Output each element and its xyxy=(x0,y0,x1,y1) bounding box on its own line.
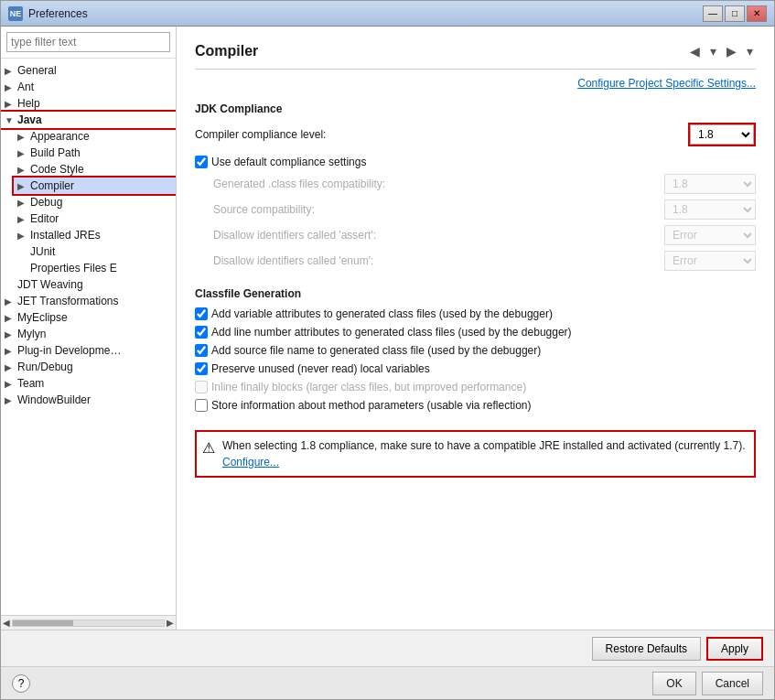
enum-select: Error xyxy=(664,251,756,271)
sidebar-item-installed-jres[interactable]: ▶ Installed JREs xyxy=(14,227,176,243)
content-toolbar: Compiler ◀ ▾ ▶ ▾ xyxy=(195,41,756,61)
forward-dropdown[interactable]: ▾ xyxy=(743,41,756,61)
sidebar-item-compiler[interactable]: ▶ Compiler xyxy=(14,178,176,194)
title-bar: NE Preferences — □ ✕ xyxy=(1,1,774,27)
use-default-row: Use default compliance settings xyxy=(195,156,756,168)
expand-arrow-general: ▶ xyxy=(5,66,17,76)
sidebar-label-team: Team xyxy=(17,377,44,390)
sidebar-item-plugin-developer[interactable]: ▶ Plug-in Developme… xyxy=(1,342,176,359)
help-button[interactable]: ? xyxy=(12,674,30,693)
sidebar-item-debug[interactable]: ▶ Debug xyxy=(14,194,176,210)
sidebar-item-jet[interactable]: ▶ JET Transformations xyxy=(1,293,176,309)
sidebar-item-junit[interactable]: JUnit xyxy=(14,243,176,260)
sidebar: ▶ General ▶ Ant ▶ Help ▼ Java xyxy=(1,27,177,630)
classfile-option-2: Add source file name to generated class … xyxy=(195,344,756,357)
assert-label: Disallow identifiers called 'assert': xyxy=(213,229,664,242)
classfile-label-0: Add variable attributes to generated cla… xyxy=(211,307,553,320)
classfile-option-0: Add variable attributes to generated cla… xyxy=(195,307,756,320)
expand-arrow-appearance: ▶ xyxy=(17,132,30,142)
restore-defaults-button[interactable]: Restore Defaults xyxy=(592,637,701,661)
content-pane: Compiler ◀ ▾ ▶ ▾ Configure Project Speci… xyxy=(177,27,774,630)
sidebar-label-jdt-weaving: JDT Weaving xyxy=(17,278,83,291)
sidebar-item-run-debug[interactable]: ▶ Run/Debug xyxy=(1,359,176,375)
classfile-checkbox-1[interactable] xyxy=(195,326,208,339)
sidebar-item-java[interactable]: ▼ Java xyxy=(1,112,176,128)
filter-input[interactable] xyxy=(6,32,170,52)
sidebar-label-general: General xyxy=(17,64,57,77)
expand-arrow-jet: ▶ xyxy=(5,296,17,307)
sidebar-item-ant[interactable]: ▶ Ant xyxy=(1,79,176,95)
ok-button[interactable]: OK xyxy=(652,672,695,695)
sidebar-item-build-path[interactable]: ▶ Build Path xyxy=(14,145,176,161)
nav-buttons: ◀ ▾ ▶ ▾ xyxy=(684,41,756,61)
expand-arrow-code-style: ▶ xyxy=(17,165,30,175)
classfile-checkbox-3[interactable] xyxy=(195,362,208,375)
app-icon: NE xyxy=(8,6,23,21)
enum-row: Disallow identifiers called 'enum': Erro… xyxy=(195,251,756,271)
sidebar-label-mylyn: Mylyn xyxy=(17,328,46,340)
sidebar-label-appearance: Appearance xyxy=(30,130,90,143)
use-default-label: Use default compliance settings xyxy=(211,156,366,168)
classfile-option-4: Inline finally blocks (larger class file… xyxy=(195,381,756,393)
sidebar-label-java: Java xyxy=(17,113,42,126)
sidebar-item-jdt-weaving[interactable]: JDT Weaving xyxy=(1,276,176,293)
expand-arrow-plugin: ▶ xyxy=(5,346,17,356)
scroll-right[interactable]: ▶ xyxy=(167,618,174,628)
warning-text: When selecting 1.8 compliance, make sure… xyxy=(222,437,748,470)
classfile-label-5: Store information about method parameter… xyxy=(211,399,532,412)
use-default-checkbox[interactable] xyxy=(195,156,208,168)
sidebar-label-plugin: Plug-in Developme… xyxy=(17,344,121,357)
sidebar-item-help[interactable]: ▶ Help xyxy=(1,95,176,112)
compliance-label: Compiler compliance level: xyxy=(195,128,688,141)
cancel-button[interactable]: Cancel xyxy=(702,672,763,695)
main-content: ▶ General ▶ Ant ▶ Help ▼ Java xyxy=(1,27,774,630)
back-button[interactable]: ◀ xyxy=(684,41,705,61)
sidebar-item-editor[interactable]: ▶ Editor xyxy=(14,210,176,227)
expand-arrow-help: ▶ xyxy=(5,99,17,109)
classfile-checkbox-5[interactable] xyxy=(195,399,208,412)
scroll-left[interactable]: ◀ xyxy=(3,618,10,628)
classfile-checkbox-2[interactable] xyxy=(195,344,208,357)
compliance-select[interactable]: 1.8 xyxy=(690,124,754,145)
classfile-checkbox-0[interactable] xyxy=(195,307,208,320)
sidebar-item-properties-files[interactable]: Properties Files E xyxy=(14,260,176,276)
configure-project-link[interactable]: Configure Project Specific Settings... xyxy=(195,77,756,90)
scroll-track[interactable] xyxy=(12,619,165,627)
classfile-checkbox-4 xyxy=(195,381,208,393)
sidebar-item-appearance[interactable]: ▶ Appearance xyxy=(14,128,176,145)
forward-button[interactable]: ▶ xyxy=(721,41,741,61)
apply-button[interactable]: Apply xyxy=(706,637,763,661)
classfile-label-3: Preserve unused (never read) local varia… xyxy=(211,362,430,375)
sidebar-item-team[interactable]: ▶ Team xyxy=(1,375,176,392)
sidebar-label-help: Help xyxy=(17,97,40,110)
expand-arrow-editor: ▶ xyxy=(17,214,30,224)
sidebar-label-run-debug: Run/Debug xyxy=(17,361,73,373)
minimize-button[interactable]: — xyxy=(703,5,723,22)
back-dropdown[interactable]: ▾ xyxy=(706,41,719,61)
classfile-option-5: Store information about method parameter… xyxy=(195,399,756,412)
compliance-row: Compiler compliance level: 1.8 xyxy=(195,123,756,146)
jdk-section-title: JDK Compliance xyxy=(195,102,756,115)
sidebar-item-myeclipse[interactable]: ▶ MyEclipse xyxy=(1,309,176,326)
configure-link-text[interactable]: Configure Project Specific Settings... xyxy=(577,77,756,90)
classfile-label-1: Add line number attributes to generated … xyxy=(211,326,572,339)
sidebar-label-properties: Properties Files E xyxy=(30,262,117,275)
sidebar-label-compiler: Compiler xyxy=(30,179,74,192)
expand-arrow-run-debug: ▶ xyxy=(5,362,17,372)
sidebar-scrollbar[interactable]: ◀ ▶ xyxy=(1,615,176,630)
expand-arrow-installed-jres: ▶ xyxy=(17,231,30,241)
page-title: Compiler xyxy=(195,43,258,59)
configure-link2[interactable]: Configure... xyxy=(222,456,279,468)
close-button[interactable]: ✕ xyxy=(747,5,767,22)
expand-arrow-myeclipse: ▶ xyxy=(5,313,17,323)
sidebar-item-general[interactable]: ▶ General xyxy=(1,62,176,79)
sidebar-label-code-style: Code Style xyxy=(30,163,84,176)
warning-box: ⚠ When selecting 1.8 compliance, make su… xyxy=(195,430,756,478)
sidebar-label-ant: Ant xyxy=(17,81,34,93)
maximize-button[interactable]: □ xyxy=(725,5,745,22)
classfile-section-title: Classfile Generation xyxy=(195,287,756,300)
sidebar-item-mylyn[interactable]: ▶ Mylyn xyxy=(1,326,176,342)
sidebar-item-code-style[interactable]: ▶ Code Style xyxy=(14,161,176,178)
sidebar-item-windowbuilder[interactable]: ▶ WindowBuilder xyxy=(1,392,176,408)
source-compat-label: Source compatibility: xyxy=(213,203,664,216)
